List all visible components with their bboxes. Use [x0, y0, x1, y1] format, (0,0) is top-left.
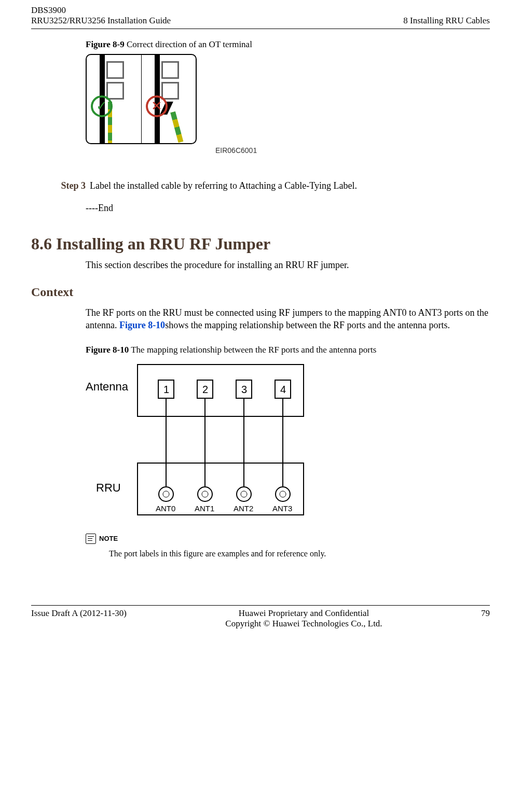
header-guide: RRU3252/RRU3256 Installation Guide — [31, 16, 171, 26]
context-paragraph: The RF ports on the RRU must be connecte… — [86, 306, 490, 332]
figure-8-9-caption: Figure 8-9 Correct direction of an OT te… — [86, 39, 490, 50]
page-footer: Issue Draft A (2012-11-30) Huawei Propri… — [0, 605, 521, 639]
header-product: DBS3900 — [31, 5, 171, 16]
svg-text:4: 4 — [280, 384, 286, 395]
figure-8-10-label: Figure 8-10 — [86, 345, 129, 355]
figure-8-10-caption-text: The mapping relationship between the RF … — [129, 345, 376, 355]
ot-incorrect-panel: ✕ — [142, 55, 196, 143]
svg-text:ANT2: ANT2 — [234, 504, 253, 513]
svg-text:ANT1: ANT1 — [195, 504, 214, 513]
section-8-6-desc: This section describes the procedure for… — [86, 260, 490, 271]
footer-divider — [31, 605, 490, 606]
footer-copyright: Copyright © Huawei Technologies Co., Ltd… — [225, 619, 382, 628]
figure-8-10-link[interactable]: Figure 8-10 — [119, 320, 165, 330]
rru-label: RRU — [96, 481, 121, 494]
svg-text:3: 3 — [241, 384, 247, 395]
ot-correct-panel: ✓ — [87, 55, 142, 143]
context-text-post: shows the mapping relationship between t… — [165, 320, 450, 330]
figure-8-10-caption: Figure 8-10 The mapping relationship bet… — [86, 345, 490, 355]
step-3-label: Step 3 — [31, 180, 90, 191]
svg-text:1: 1 — [163, 384, 169, 395]
header-chapter: 8 Installing RRU Cables — [403, 16, 490, 26]
footer-proprietary: Huawei Proprietary and Confidential — [239, 608, 369, 618]
note-icon — [86, 534, 96, 544]
step-3-text: Label the installed cable by referring t… — [90, 180, 357, 191]
figure-8-9-id: EIR06C6001 — [215, 146, 490, 155]
footer-page: 79 — [481, 608, 490, 629]
figure-8-10-image: Antenna 1 2 3 4 RRU ANT0 — [86, 359, 490, 530]
antenna-label: Antenna — [86, 380, 129, 393]
note-text: The port labels in this figure are examp… — [109, 549, 490, 558]
figure-8-9-caption-text: Correct direction of an OT terminal — [125, 39, 252, 49]
footer-issue: Issue Draft A (2012-11-30) — [31, 608, 127, 629]
step-3: Step 3 Label the installed cable by refe… — [31, 180, 490, 191]
svg-text:2: 2 — [202, 384, 208, 395]
x-icon: ✕ — [146, 95, 168, 117]
check-icon: ✓ — [91, 95, 113, 117]
end-marker: ----End — [86, 203, 490, 214]
note-label: NOTE — [99, 535, 118, 542]
page-header: DBS3900 RRU3252/RRU3256 Installation Gui… — [0, 0, 521, 29]
svg-text:ANT3: ANT3 — [272, 504, 292, 513]
figure-8-9-label: Figure 8-9 — [86, 39, 125, 49]
section-8-6-title: 8.6 Installing an RRU RF Jumper — [31, 234, 490, 254]
svg-text:ANT0: ANT0 — [156, 504, 175, 513]
context-heading: Context — [31, 285, 490, 299]
figure-8-9-image: ✓ ✕ EIR06C6001 — [86, 54, 490, 155]
note-header: NOTE — [86, 534, 490, 544]
